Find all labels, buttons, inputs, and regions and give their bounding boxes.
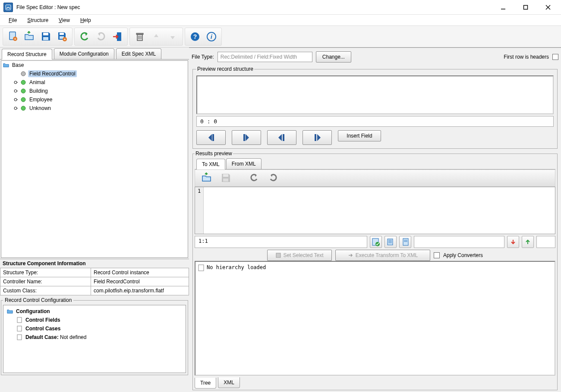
svg-rect-38 bbox=[17, 326, 22, 331]
redo-button bbox=[94, 29, 108, 44]
arrow-down-button[interactable] bbox=[507, 236, 519, 248]
document-icon bbox=[198, 264, 204, 271]
config-root[interactable]: Configuration bbox=[15, 308, 51, 315]
left-panel: Record Structure Module Configuration Ed… bbox=[0, 47, 189, 392]
cursor-position: 1:1 bbox=[195, 236, 367, 248]
tree-root-label[interactable]: Base bbox=[11, 62, 25, 69]
copy-button[interactable] bbox=[385, 236, 397, 248]
delete-button[interactable] bbox=[132, 29, 147, 44]
svg-rect-37 bbox=[17, 317, 22, 323]
right-panel: File Type: Change... First row is header… bbox=[189, 47, 561, 392]
result-redo-button[interactable] bbox=[266, 171, 280, 185]
menu-structure[interactable]: Structure bbox=[22, 16, 54, 25]
result-undo-button[interactable] bbox=[247, 171, 262, 185]
info-table: Structure Type: Record Control instance … bbox=[0, 268, 189, 295]
hierarchy-view[interactable]: No hierarchy loaded bbox=[195, 261, 555, 376]
editor-area[interactable]: 1 bbox=[195, 187, 555, 234]
nav-next-start-button[interactable] bbox=[232, 130, 261, 145]
minimize-button[interactable] bbox=[497, 3, 509, 12]
tree-expander bbox=[13, 71, 19, 77]
tree-node-animal[interactable]: Animal bbox=[28, 79, 47, 86]
maximize-button[interactable] bbox=[520, 3, 532, 12]
svg-text:+: + bbox=[14, 37, 16, 41]
headers-label: First row is headers bbox=[504, 54, 549, 60]
tree-node-unknown[interactable]: Unknown bbox=[28, 105, 52, 112]
tree-expander[interactable] bbox=[13, 105, 19, 111]
svg-rect-55 bbox=[276, 253, 280, 257]
svg-rect-9 bbox=[43, 37, 48, 40]
nav-prev-end-button[interactable] bbox=[267, 130, 296, 145]
tree-node-building[interactable]: Building bbox=[28, 88, 49, 94]
nav-prev-start-button[interactable] bbox=[196, 130, 226, 145]
result-save-button bbox=[218, 171, 233, 185]
svg-text:+: + bbox=[64, 38, 66, 41]
menu-view[interactable]: View bbox=[54, 16, 75, 25]
record-control-config: Record Control Configuration Configurati… bbox=[1, 297, 188, 375]
svg-text:?: ? bbox=[193, 33, 197, 40]
execute-transform-button: Execute Transform To XML bbox=[335, 250, 430, 261]
arrow-up-button[interactable] bbox=[522, 236, 534, 248]
tab-to-xml[interactable]: To XML bbox=[196, 159, 225, 169]
document-icon bbox=[16, 334, 22, 340]
circle-green-icon bbox=[20, 79, 26, 85]
results-preview: Results preview To XML From XML bbox=[192, 151, 558, 390]
svg-rect-56 bbox=[199, 265, 204, 271]
editor-content[interactable] bbox=[204, 187, 555, 234]
circle-green-icon bbox=[20, 97, 26, 103]
tab-record-structure[interactable]: Record Structure bbox=[2, 49, 52, 60]
config-control-fields[interactable]: Control Fields bbox=[24, 317, 62, 323]
controller-name-value[interactable]: Field RecordControl bbox=[91, 277, 189, 286]
menubar: File Structure View Help bbox=[0, 15, 561, 26]
apply-converters-checkbox[interactable] bbox=[434, 252, 440, 258]
svg-rect-10 bbox=[60, 33, 64, 35]
save-button[interactable] bbox=[38, 29, 53, 44]
tree-expander[interactable] bbox=[13, 88, 19, 94]
document-icon bbox=[16, 317, 22, 323]
record-control-legend: Record Control Configuration bbox=[3, 297, 73, 303]
folder-icon bbox=[7, 308, 13, 314]
controller-name-label: Controller Name: bbox=[0, 277, 91, 286]
paste-button[interactable] bbox=[399, 236, 411, 248]
tab-tree[interactable]: Tree bbox=[195, 378, 216, 389]
change-button[interactable]: Change... bbox=[316, 51, 351, 63]
menu-help[interactable]: Help bbox=[75, 16, 96, 25]
headers-checkbox[interactable] bbox=[552, 54, 558, 60]
undo-button[interactable] bbox=[77, 29, 92, 44]
open-file-button[interactable] bbox=[22, 29, 37, 44]
tab-edit-spec-xml[interactable]: Edit Spec XML bbox=[116, 48, 161, 59]
tree-node-field-recordcontrol[interactable]: Field RecordControl bbox=[28, 70, 77, 77]
save-as-button[interactable]: + bbox=[55, 29, 69, 44]
help-button[interactable]: ? bbox=[188, 29, 202, 44]
config-tree[interactable]: Configuration Control Fields Control Cas… bbox=[3, 305, 186, 373]
menu-file[interactable]: File bbox=[3, 16, 22, 25]
result-open-button[interactable] bbox=[199, 171, 214, 185]
tree-node-employee[interactable]: Employee bbox=[28, 96, 54, 103]
tab-module-configuration[interactable]: Module Configuration bbox=[54, 48, 114, 59]
new-file-button[interactable]: + bbox=[6, 29, 20, 44]
tab-xml[interactable]: XML bbox=[218, 377, 240, 388]
file-type-label: File Type: bbox=[192, 54, 214, 60]
config-default-case[interactable]: Default Case: Not defined bbox=[24, 334, 88, 341]
info-button[interactable]: i bbox=[204, 29, 219, 44]
svg-rect-45 bbox=[223, 179, 228, 182]
svg-point-25 bbox=[14, 81, 17, 84]
close-button[interactable] bbox=[542, 3, 554, 12]
tree-expander[interactable] bbox=[13, 79, 19, 85]
folder-icon bbox=[3, 62, 9, 68]
preview-area[interactable] bbox=[196, 75, 554, 114]
set-selected-text-button: Set Selected Text bbox=[267, 250, 332, 261]
config-control-cases[interactable]: Control Cases bbox=[24, 325, 62, 332]
structure-type-value[interactable]: Record Control instance bbox=[91, 268, 189, 277]
nav-next-end-button[interactable] bbox=[303, 130, 332, 145]
custom-class-value[interactable]: com.pilotfish.eip.transform.flatf bbox=[91, 286, 189, 295]
svg-point-34 bbox=[14, 107, 17, 110]
svg-rect-2 bbox=[524, 5, 528, 9]
insert-field-button[interactable]: Insert Field bbox=[338, 130, 381, 141]
file-type-input bbox=[217, 52, 312, 62]
tab-from-xml[interactable]: From XML bbox=[226, 158, 262, 169]
tree-expander[interactable] bbox=[13, 97, 19, 103]
exit-button[interactable] bbox=[110, 29, 125, 44]
structure-tree[interactable]: Base Field RecordControl Animal Building bbox=[1, 60, 188, 258]
svg-rect-48 bbox=[388, 239, 393, 245]
validate-button[interactable] bbox=[370, 236, 382, 248]
